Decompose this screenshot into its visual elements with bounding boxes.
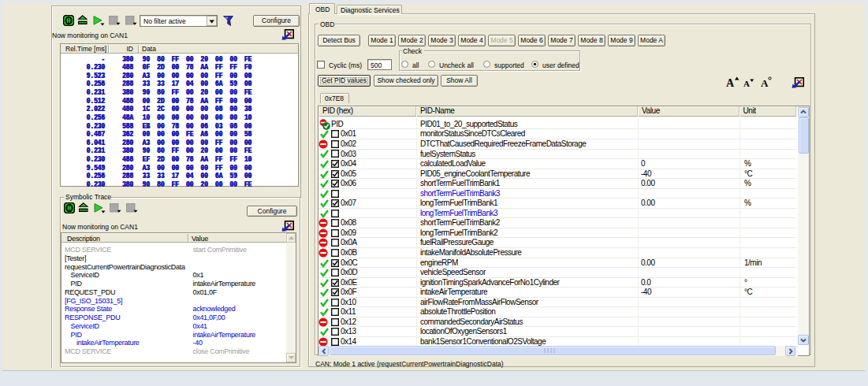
svg-text:A: A [726,77,735,87]
svg-text:A: A [761,77,769,87]
svg-text:A: A [743,79,750,87]
